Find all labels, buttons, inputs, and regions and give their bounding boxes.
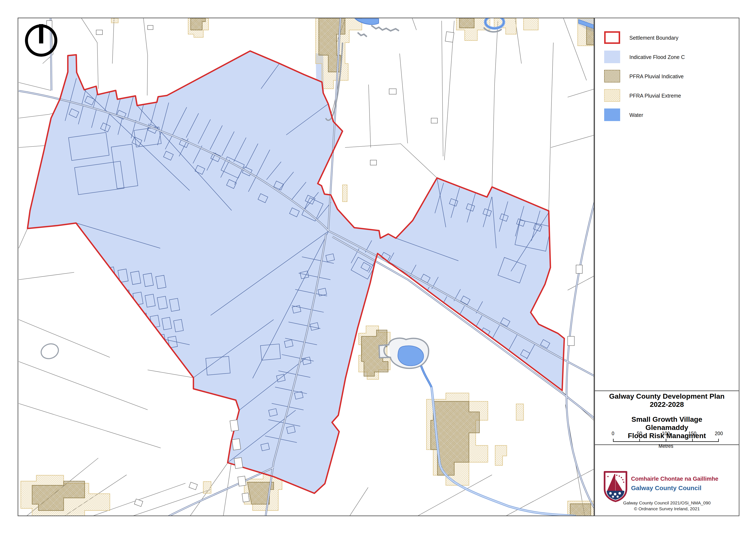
pluvial-indicative-swatch: [604, 70, 620, 83]
legend-label: PFRA Pluvial Indicative: [629, 73, 684, 80]
page: { "legend": { "items": [ {"label": "Sett…: [0, 0, 756, 534]
council-name-irish: Comhairle Chontae na Gaillimhe: [631, 476, 718, 482]
scale-label-200: 200: [715, 431, 723, 436]
scale-label-100: 100: [662, 431, 670, 436]
water-swatch: [604, 109, 620, 121]
legend-item-pluvial-extreme: PFRA Pluvial Extreme: [595, 89, 739, 102]
plan-title-line2: 2022-2028: [595, 400, 739, 409]
subtitle-line2: Glenamaddy: [595, 423, 739, 432]
attribution-line2: © Ordnance Survey Ireland, 2021: [595, 506, 739, 511]
legend-label: PFRA Pluvial Extreme: [629, 93, 681, 99]
subtitle-line1: Small Growth Village: [595, 415, 739, 423]
red-outline-swatch: [604, 31, 620, 44]
legend-label: Water: [629, 112, 643, 118]
map-side-panel: Settlement Boundary Indicative Flood Zon…: [594, 18, 740, 516]
attribution-line1: Galway County Council 2021/OSi_NMA_090: [595, 500, 739, 505]
pluvial-extreme-swatch: [604, 89, 620, 102]
map-canvas[interactable]: [18, 18, 594, 516]
flood-zone-c-area: [28, 51, 564, 493]
scale-label-150: 150: [688, 431, 696, 436]
plan-title-line1: Galway County Development Plan: [595, 392, 739, 400]
council-name-english: Galway County Council: [631, 484, 701, 492]
legend-label: Settlement Boundary: [629, 35, 678, 41]
legend-item-settlement-boundary: Settlement Boundary: [595, 31, 739, 44]
panel-divider: [595, 391, 739, 391]
legend-item-flood-zone-c: Indicative Flood Zone C: [595, 51, 739, 64]
scale-bar: [613, 441, 719, 442]
flood-zone-swatch: [604, 51, 620, 63]
legend-item-pluvial-indicative: PFRA Pluvial Indicative: [595, 70, 739, 83]
galway-county-council-crest-icon: [603, 470, 628, 503]
scale-unit: Metres: [613, 444, 719, 449]
scale-label-0: 0: [612, 431, 614, 436]
scale-label-50: 50: [637, 431, 642, 436]
legend-label: Indicative Flood Zone C: [629, 54, 685, 60]
legend-item-water: Water: [595, 109, 739, 121]
lake: [398, 346, 424, 366]
plan-title: Galway County Development Plan 2022-2028: [595, 392, 739, 409]
